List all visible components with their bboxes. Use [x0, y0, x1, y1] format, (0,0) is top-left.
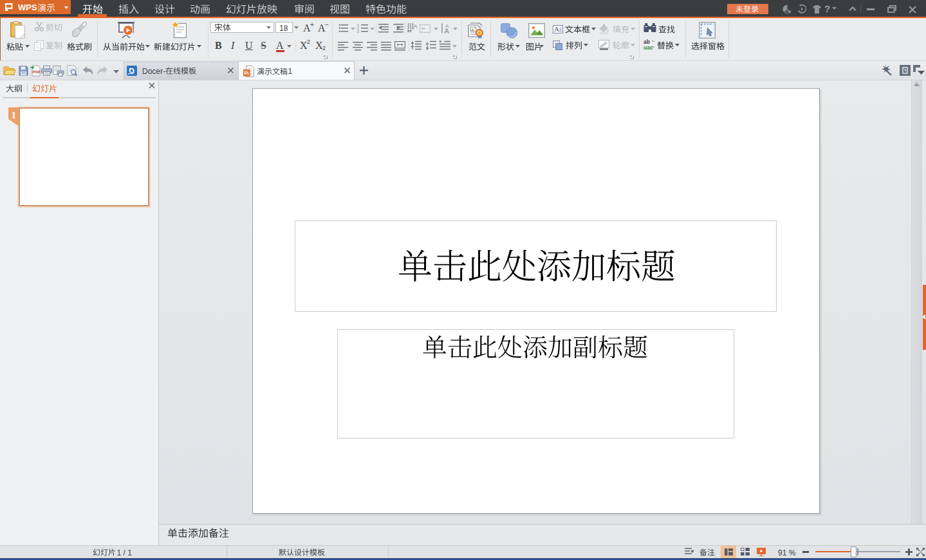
svg-text:uac: uac [644, 44, 653, 50]
svg-text:3: 3 [357, 30, 359, 33]
svg-text:A: A [555, 26, 560, 33]
svg-text:A: A [414, 23, 418, 30]
svg-text:D: D [129, 67, 134, 76]
svg-text:A: A [444, 27, 449, 34]
svg-text:PDF: PDF [33, 69, 41, 74]
